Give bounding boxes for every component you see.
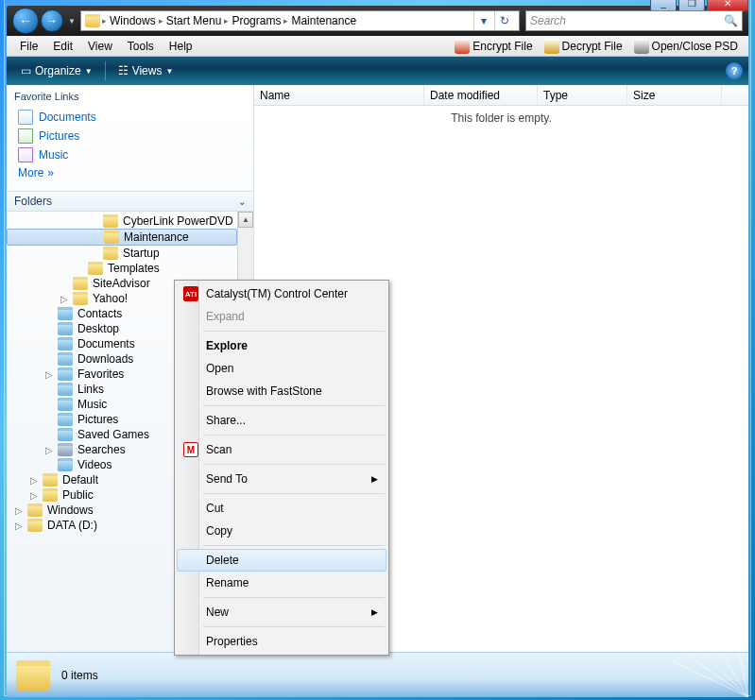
column-size[interactable]: Size — [627, 85, 722, 105]
ati-icon: ATI — [183, 286, 198, 301]
decorative-rays — [616, 652, 748, 697]
scroll-up-button[interactable]: ▲ — [238, 212, 253, 228]
ctx-send-to[interactable]: Send To▶ — [177, 468, 386, 490]
doc-icon — [18, 110, 33, 125]
context-menu: ATICatalyst(TM) Control CenterExpandExpl… — [174, 280, 389, 656]
column-headers: NameDate modifiedTypeSize — [254, 85, 748, 106]
menu-tools[interactable]: Tools — [120, 38, 162, 55]
breadcrumb-start-menu[interactable]: Start Menu — [163, 14, 225, 27]
breadcrumb-windows[interactable]: Windows — [107, 14, 159, 27]
separator — [203, 331, 385, 332]
history-dropdown[interactable]: ▼ — [65, 9, 78, 33]
organize-button[interactable]: ▭ Organize ▼ — [12, 61, 101, 80]
ctx-explore[interactable]: Explore — [177, 334, 386, 357]
ctx-copy[interactable]: Copy — [177, 520, 386, 542]
column-name[interactable]: Name — [254, 85, 424, 105]
ctx-cut[interactable]: Cut — [177, 497, 386, 520]
submenu-arrow-icon: ▶ — [371, 607, 378, 617]
expander-icon[interactable]: ▷ — [43, 369, 56, 380]
search-icon: 🔍 — [724, 14, 738, 27]
menu-edit[interactable]: Edit — [45, 38, 80, 55]
chevron-down-icon: ⌄ — [238, 196, 246, 207]
item-count: 0 items — [61, 669, 98, 682]
button-decrypt-file[interactable]: Decrypt File — [540, 37, 627, 56]
folder-icon — [85, 14, 100, 27]
address-bar[interactable]: ▸Windows▸Start Menu▸Programs▸Maintenance… — [80, 10, 520, 31]
m-icon: M — [183, 442, 198, 457]
forward-button[interactable]: → — [41, 9, 63, 32]
expander-icon[interactable]: ▷ — [27, 475, 41, 486]
menu-bar: FileEditViewToolsHelp Encrypt FileDecryp… — [7, 36, 748, 57]
help-button[interactable]: ? — [726, 62, 743, 79]
ctx-browse-with-faststone[interactable]: Browse with FastStone — [177, 380, 386, 402]
folder-icon — [104, 230, 119, 244]
folders-pane-header[interactable]: Folders ⌄ — [7, 191, 253, 212]
refresh-button[interactable]: ↻ — [494, 11, 513, 30]
menu-help[interactable]: Help — [162, 38, 200, 55]
button-encrypt-file[interactable]: Encrypt File — [450, 37, 537, 56]
tree-item-cyberlink-powerdvd[interactable]: CyberLink PowerDVD — [7, 213, 237, 229]
separator — [203, 626, 385, 627]
views-icon: ☷ — [118, 64, 129, 77]
separator — [203, 493, 385, 494]
tree-item-startup[interactable]: Startup — [7, 246, 237, 261]
breadcrumb-programs[interactable]: Programs — [229, 14, 283, 27]
folder-icon — [58, 337, 73, 350]
folder-icon — [58, 413, 73, 426]
address-dropdown[interactable]: ▾ — [473, 11, 492, 30]
command-bar: ▭ Organize ▼ ☷ Views ▼ ? — [7, 57, 748, 85]
folder-icon — [58, 428, 73, 441]
separator — [203, 545, 385, 546]
ctx-catalyst-tm-control-center[interactable]: ATICatalyst(TM) Control Center — [177, 282, 386, 305]
expander-icon[interactable]: ▷ — [12, 505, 26, 516]
organize-icon: ▭ — [21, 64, 31, 77]
folder-icon — [43, 488, 58, 502]
separator — [203, 597, 385, 598]
separator — [203, 405, 385, 406]
menu-view[interactable]: View — [80, 38, 120, 55]
button-open-close-psd[interactable]: Open/Close PSD — [629, 37, 743, 56]
submenu-arrow-icon: ▶ — [371, 474, 378, 484]
empty-folder-text: This folder is empty. — [451, 111, 551, 125]
expander-icon[interactable]: ▷ — [12, 521, 26, 531]
folder-icon — [58, 367, 73, 381]
ctx-share-[interactable]: Share... — [177, 409, 386, 432]
column-date-modified[interactable]: Date modified — [424, 85, 538, 105]
views-button[interactable]: ☷ Views ▼ — [110, 61, 182, 80]
folder-icon — [73, 292, 88, 305]
ctx-scan[interactable]: MScan — [177, 438, 386, 461]
folder-icon — [58, 458, 73, 471]
tree-item-templates[interactable]: Templates — [7, 261, 237, 276]
separator — [203, 435, 385, 435]
menu-file[interactable]: File — [12, 38, 45, 55]
breadcrumb-maintenance[interactable]: Maintenance — [288, 14, 359, 27]
expander-icon[interactable]: ▷ — [58, 294, 71, 304]
search-placeholder: Search — [530, 14, 566, 27]
ctx-rename[interactable]: Rename — [177, 572, 386, 594]
tree-item-maintenance[interactable]: Maintenance — [7, 229, 237, 246]
expander-icon[interactable]: ▷ — [43, 445, 56, 455]
favorite-pictures[interactable]: Pictures — [14, 127, 246, 145]
back-button[interactable]: ← — [12, 8, 39, 34]
folder-icon — [58, 352, 73, 366]
favorite-links-header: Favorite Links — [14, 91, 246, 102]
column-type[interactable]: Type — [538, 85, 627, 105]
ctx-new[interactable]: New▶ — [177, 601, 386, 623]
folder-icon — [27, 519, 43, 532]
folder-icon — [103, 214, 118, 228]
folder-icon — [58, 322, 73, 335]
search-input[interactable]: Search 🔍 — [525, 10, 743, 31]
expander-icon[interactable]: ▷ — [27, 490, 41, 501]
folder-icon — [103, 247, 118, 260]
folder-icon — [27, 504, 43, 517]
folder-icon — [58, 443, 73, 456]
details-pane: 0 items — [7, 652, 748, 697]
ctx-properties[interactable]: Properties — [177, 630, 386, 653]
ctx-delete[interactable]: Delete — [177, 549, 386, 572]
ctx-open[interactable]: Open — [177, 357, 386, 380]
more-link[interactable]: More » — [14, 164, 246, 181]
separator — [203, 464, 385, 465]
favorite-documents[interactable]: Documents — [14, 108, 246, 127]
pic-icon — [18, 128, 33, 144]
favorite-music[interactable]: Music — [14, 145, 246, 164]
